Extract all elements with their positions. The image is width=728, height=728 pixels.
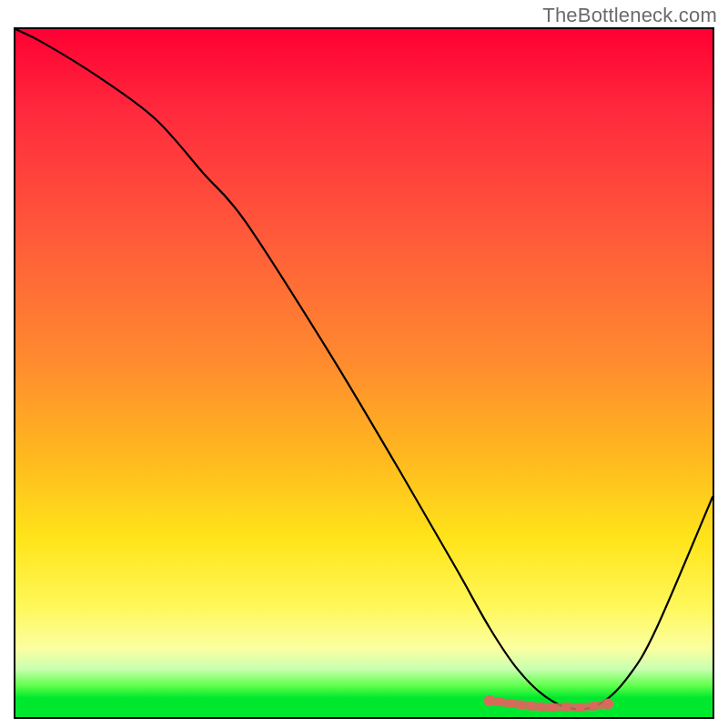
sweet-spot-dot bbox=[561, 703, 571, 712]
sweet-spot-dot bbox=[576, 703, 585, 712]
chart-canvas: TheBottleneck.com bbox=[0, 0, 728, 728]
sweet-spot-dot bbox=[548, 703, 557, 712]
sweet-spot-dot bbox=[516, 700, 525, 709]
watermark-text: TheBottleneck.com bbox=[542, 4, 717, 27]
sweet-spot-dot bbox=[495, 697, 504, 706]
bottleneck-curve-path bbox=[15, 29, 713, 709]
curve-layer bbox=[15, 29, 713, 717]
sweet-spot-dot bbox=[484, 695, 495, 706]
sweet-spot-dot bbox=[506, 699, 515, 708]
plot-area bbox=[14, 27, 714, 719]
sweet-spot-dot bbox=[590, 702, 599, 711]
sweet-spot-dot bbox=[602, 699, 613, 710]
sweet-spot-dot bbox=[527, 702, 536, 711]
sweet-spot-dot bbox=[537, 703, 546, 712]
